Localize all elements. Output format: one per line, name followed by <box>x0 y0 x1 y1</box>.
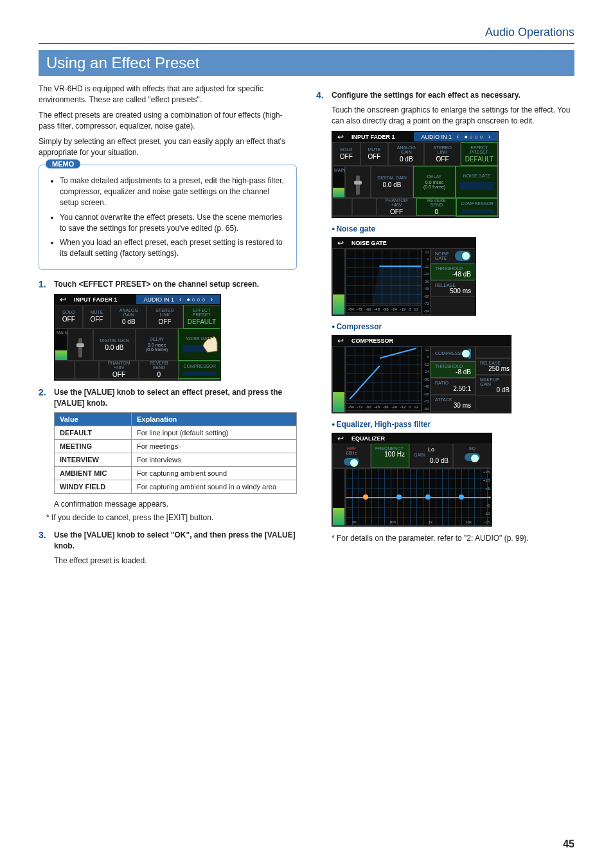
reverb-send-value[interactable]: 0 <box>421 208 452 215</box>
digital-gain-value[interactable]: 0.0 dB <box>98 344 131 351</box>
channel-tab[interactable]: AUDIO IN 1 ‹ ● ○ ○ ○ › <box>136 294 220 304</box>
release-label: RELEASE <box>435 283 471 287</box>
analog-gain-value[interactable]: 0 dB <box>115 318 142 325</box>
eq-label: EQ <box>469 446 475 451</box>
stereo-link-value[interactable]: OFF <box>151 318 178 325</box>
table-row: INTERVIEWFor interviews <box>55 453 297 467</box>
table-header-value: Value <box>55 413 132 426</box>
phantom-label: PHANTOM +48V <box>381 198 412 207</box>
step-1: 1. Touch <EFFECT PRESET> on the channel … <box>39 279 297 290</box>
step-3-sub: The effect preset is loaded. <box>54 556 297 566</box>
stereo-link-value[interactable]: OFF <box>429 156 456 163</box>
threshold-value[interactable]: -48 dB <box>435 271 471 278</box>
attack-value[interactable]: 30 ms <box>435 402 471 409</box>
equalizer-screenshot: ↩ EQUALIZER HPF80Hz FREQUENCY100 Hz LoGA… <box>332 433 492 527</box>
noise-gate-thumb[interactable] <box>182 345 216 352</box>
compressor-label: COMPRESSOR <box>461 201 493 206</box>
preset-name: WINDY FIELD <box>55 480 132 494</box>
mute-label: MUTE <box>365 147 384 152</box>
frequency-value[interactable]: 100 Hz <box>375 451 405 458</box>
step-4: 4. Configure the settings for each effec… <box>316 90 574 101</box>
y-scale: 120-12-24-36-48-60-72-84 <box>422 346 431 413</box>
confirm-text: A confirmation message appears. <box>54 499 297 510</box>
cancel-note: * If you decide to cancel, press the [EX… <box>46 512 297 523</box>
preset-desc: For meetings <box>132 440 297 453</box>
delay-msec[interactable]: 0.0 msec <box>418 180 451 185</box>
release-value[interactable]: 250 ms <box>480 365 510 372</box>
pager-dots: ● ○ ○ ○ <box>464 134 483 140</box>
threshold-label: THRESHOLD <box>435 364 471 368</box>
level-meter: MAIN <box>332 166 345 198</box>
effect-preset-button[interactable]: DEFAULT <box>188 318 216 325</box>
chevron-left-icon[interactable]: ‹ <box>457 133 459 140</box>
digital-gain-value[interactable]: 0.0 dB <box>375 181 409 188</box>
phantom-label: PHANTOM +48V <box>103 361 134 370</box>
back-icon[interactable]: ↩ <box>332 434 349 443</box>
delay-msec[interactable]: 0.0 msec <box>140 343 173 347</box>
x-scale: -84-72-60-48-36-24-12012 <box>345 404 422 411</box>
makeup-label: MAKEUP GAIN <box>480 377 510 386</box>
channel-tab[interactable]: AUDIO IN 1 ‹ ● ○ ○ ○ › <box>414 132 498 141</box>
intro-p1: The VR-6HD is equipped with effects that… <box>39 84 297 106</box>
noise-gate-thumb[interactable] <box>460 182 493 190</box>
back-icon[interactable]: ↩ <box>55 295 71 304</box>
back-icon[interactable]: ↩ <box>332 132 349 141</box>
stereo-link-label: STEREO LINK <box>429 145 456 154</box>
threshold-label: THRESHOLD <box>435 266 471 271</box>
threshold-value[interactable]: -8 dB <box>435 368 471 375</box>
back-icon[interactable]: ↩ <box>332 336 349 345</box>
compressor-thumb[interactable] <box>461 209 493 213</box>
table-row: WINDY FIELDFor capturing ambient sound i… <box>55 480 297 494</box>
screen-title: EQUALIZER <box>349 435 387 442</box>
memo-box: MEMO To make detailed adjustments to a p… <box>39 165 297 270</box>
makeup-value[interactable]: 0 dB <box>480 386 510 393</box>
solo-label: SOLO <box>59 310 78 314</box>
gain-value[interactable]: 0.0 dB <box>414 457 449 464</box>
level-meter <box>332 346 345 413</box>
footnote: * For details on the parameter, refer to… <box>332 533 574 544</box>
equalizer-graph[interactable]: +15+10+50-5-10-15 201001k10k <box>345 468 492 526</box>
release-value[interactable]: 500 ms <box>435 287 471 294</box>
right-column: 4. Configure the settings for each effec… <box>316 84 574 570</box>
pager-dots: ● ○ ○ ○ <box>186 296 205 303</box>
analog-gain-value[interactable]: 0 dB <box>393 156 420 163</box>
level-meter <box>332 468 345 526</box>
hpf-freq: 80Hz <box>346 451 357 455</box>
mute-value[interactable]: OFF <box>87 316 107 323</box>
solo-value[interactable]: OFF <box>337 153 356 160</box>
tab-label: AUDIO IN 1 <box>422 134 452 140</box>
noise-gate-graph[interactable] <box>345 248 422 306</box>
noise-gate-label: NOISE GATE <box>182 336 216 341</box>
noise-gate-toggle-label: NOISE GATE <box>435 251 455 260</box>
table-row: DEFAULTFor line input (default setting) <box>55 426 297 440</box>
page-number: 45 <box>563 838 574 850</box>
noise-gate-toggle[interactable] <box>455 251 471 261</box>
compressor-thumb[interactable] <box>183 372 216 375</box>
preset-desc: For capturing ambient sound <box>132 467 297 480</box>
digital-gain-label: DIGITAL GAIN <box>98 338 131 343</box>
solo-value[interactable]: OFF <box>59 316 78 323</box>
tab-label: AUDIO IN 1 <box>144 296 175 303</box>
compressor-graph[interactable] <box>345 346 422 404</box>
delay-label: DELAY <box>418 174 451 179</box>
compressor-toggle[interactable] <box>468 348 471 359</box>
hpf-toggle[interactable] <box>344 458 359 466</box>
phantom-value[interactable]: OFF <box>381 208 412 215</box>
step-2: 2. Use the [VALUE] knob to select an eff… <box>39 387 297 409</box>
gain-label: GAIN <box>414 453 449 457</box>
reverb-send-value[interactable]: 0 <box>143 371 174 378</box>
compressor-label: COMPRESSOR <box>183 364 216 368</box>
chevron-right-icon[interactable]: › <box>488 133 490 140</box>
mute-value[interactable]: OFF <box>365 153 384 160</box>
back-icon[interactable]: ↩ <box>332 239 349 248</box>
eq-y-ticks: +15+10+50-5-10-15 <box>477 470 490 524</box>
compressor-heading: Compressor <box>332 322 574 331</box>
digital-gain-label: DIGITAL GAIN <box>375 176 409 180</box>
chevron-left-icon[interactable]: ‹ <box>179 296 181 303</box>
chevron-right-icon[interactable]: › <box>211 296 213 303</box>
step-number: 1. <box>39 279 49 290</box>
effect-preset-button[interactable]: DEFAULT <box>465 156 493 163</box>
ratio-value[interactable]: 2.50:1 <box>435 385 471 392</box>
phantom-value[interactable]: OFF <box>103 371 134 378</box>
eq-toggle[interactable] <box>465 453 480 461</box>
